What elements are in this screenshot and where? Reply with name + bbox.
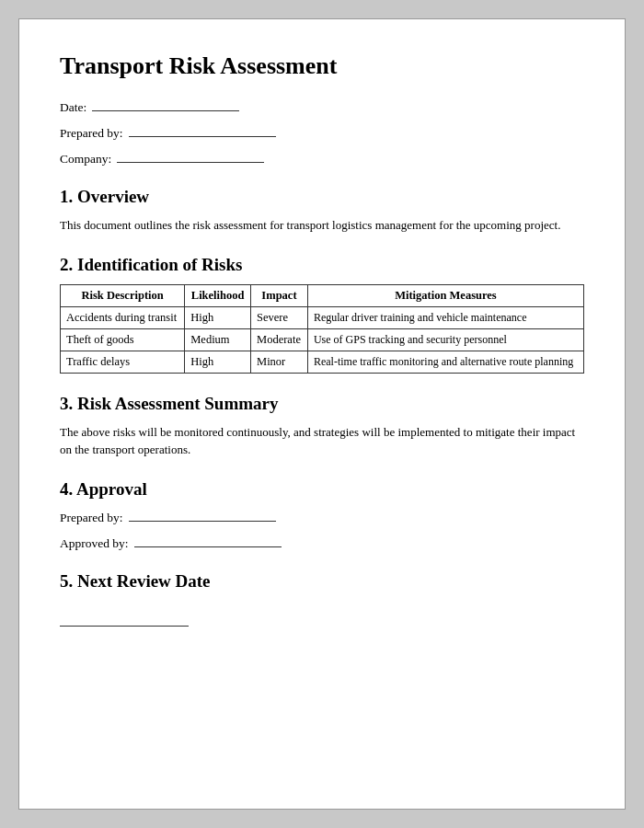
section-approval-heading: 4. Approval bbox=[60, 479, 584, 500]
company-label: Company: bbox=[60, 152, 111, 167]
table-header-row: Risk Description Likelihood Impact Mitig… bbox=[61, 284, 584, 306]
table-row: Theft of goods Medium Moderate Use of GP… bbox=[61, 328, 584, 351]
approval-prepared-by-input[interactable] bbox=[129, 509, 276, 522]
row3-mitigation: Real-time traffic monitoring and alterna… bbox=[307, 351, 583, 373]
row2-mitigation: Use of GPS tracking and security personn… bbox=[307, 328, 583, 351]
row3-impact: Minor bbox=[251, 351, 308, 373]
section-summary-body: The above risks will be monitored contin… bbox=[60, 423, 584, 459]
company-input-line[interactable] bbox=[117, 150, 264, 163]
date-label: Date: bbox=[60, 100, 86, 115]
document-page: Transport Risk Assessment Date: Prepared… bbox=[18, 18, 626, 810]
review-date-input[interactable] bbox=[60, 614, 189, 627]
section-review-heading: 5. Next Review Date bbox=[60, 571, 584, 592]
approval-approved-by-row: Approved by: bbox=[60, 535, 584, 551]
section-summary-heading: 3. Risk Assessment Summary bbox=[60, 394, 584, 414]
prepared-by-field-row: Prepared by: bbox=[60, 124, 584, 141]
table-row: Accidents during transit High Severe Reg… bbox=[61, 306, 584, 328]
section-overview-heading: 1. Overview bbox=[60, 187, 584, 207]
row3-description: Traffic delays bbox=[61, 351, 185, 373]
prepared-by-label: Prepared by: bbox=[60, 126, 123, 141]
section-overview-body: This document outlines the risk assessme… bbox=[60, 216, 584, 235]
row1-description: Accidents during transit bbox=[61, 306, 185, 328]
row2-likelihood: Medium bbox=[185, 328, 251, 351]
col-header-description: Risk Description bbox=[61, 284, 185, 306]
approval-approved-by-label: Approved by: bbox=[60, 536, 129, 551]
row3-likelihood: High bbox=[185, 351, 251, 373]
approval-prepared-by-row: Prepared by: bbox=[60, 509, 584, 525]
approval-approved-by-input[interactable] bbox=[134, 535, 282, 547]
row1-mitigation: Regular driver training and vehicle main… bbox=[307, 306, 583, 328]
row1-impact: Severe bbox=[251, 306, 308, 328]
prepared-by-input-line[interactable] bbox=[129, 124, 276, 137]
col-header-mitigation: Mitigation Measures bbox=[307, 284, 583, 306]
row2-impact: Moderate bbox=[251, 328, 308, 351]
row2-description: Theft of goods bbox=[61, 328, 185, 351]
document-title: Transport Risk Assessment bbox=[60, 52, 584, 80]
date-input-line[interactable] bbox=[92, 98, 239, 111]
col-header-impact: Impact bbox=[251, 284, 308, 306]
date-field-row: Date: bbox=[60, 98, 584, 115]
company-field-row: Company: bbox=[60, 150, 584, 167]
risk-table: Risk Description Likelihood Impact Mitig… bbox=[60, 284, 584, 374]
row1-likelihood: High bbox=[185, 306, 251, 328]
approval-prepared-by-label: Prepared by: bbox=[60, 511, 123, 525]
table-row: Traffic delays High Minor Real-time traf… bbox=[61, 351, 584, 373]
section-identification-heading: 2. Identification of Risks bbox=[60, 255, 584, 275]
col-header-likelihood: Likelihood bbox=[185, 284, 251, 306]
